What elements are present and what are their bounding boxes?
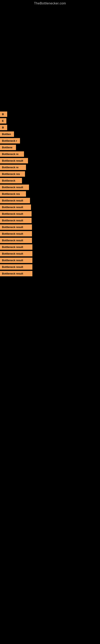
bottleneck-result-item[interactable]: Bottleneck result (0, 158, 28, 164)
bottleneck-result-item[interactable]: Bottleneck result (0, 204, 31, 210)
bottleneck-result-item[interactable]: Bottleneck result (0, 224, 32, 230)
bottleneck-result-item[interactable]: Bottleneck result (0, 251, 32, 256)
bottleneck-result-item[interactable]: Bottleneck (0, 178, 22, 183)
bottleneck-result-item[interactable]: Bottleneck result (0, 238, 32, 243)
bottleneck-result-item[interactable]: Bottleneck result (0, 258, 32, 263)
bottleneck-result-item[interactable]: B (0, 125, 7, 130)
bottleneck-result-item[interactable]: Bottleneck r (0, 138, 20, 144)
bottleneck-result-item[interactable]: E (0, 118, 6, 124)
bottleneck-result-item[interactable]: Bottleneck result (0, 218, 32, 223)
bottleneck-result-item[interactable]: Bottlen (0, 132, 14, 137)
bottleneck-result-item[interactable]: B (0, 112, 7, 117)
bottleneck-result-item[interactable]: Bottleneck res (0, 171, 25, 177)
bottleneck-result-item[interactable]: Bottleneck res (0, 191, 26, 196)
results-container: BEBBottlenBottleneck rBottleneBottleneck… (0, 108, 100, 280)
top-black-section (0, 7, 100, 108)
bottleneck-result-item[interactable]: Bottlene (0, 145, 16, 150)
bottleneck-result-item[interactable]: Bottleneck result (0, 211, 32, 216)
site-title: TheBottlenecker.com (0, 0, 100, 7)
bottleneck-result-item[interactable]: Bottleneck re (0, 164, 26, 170)
bottleneck-result-item[interactable]: Bottleneck re (0, 151, 24, 157)
bottleneck-result-item[interactable]: Bottleneck result (0, 264, 32, 270)
bottleneck-result-item[interactable]: Bottleneck result (0, 231, 32, 236)
bottleneck-result-item[interactable]: Bottleneck result (0, 271, 32, 276)
bottleneck-result-item[interactable]: Bottleneck result (0, 244, 32, 250)
bottleneck-result-item[interactable]: Bottleneck result (0, 198, 30, 203)
site-header: TheBottlenecker.com (0, 0, 100, 7)
bottleneck-result-item[interactable]: Bottleneck result (0, 184, 29, 190)
